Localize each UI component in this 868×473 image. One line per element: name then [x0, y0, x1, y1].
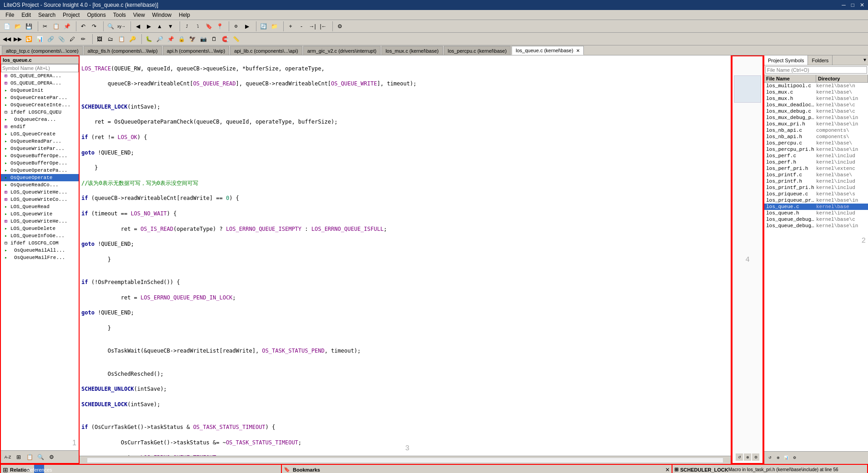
file-item-los-perf-pri-h[interactable]: los_perf_pri.hkernel\extenc [764, 165, 868, 172]
file-item-los-mux-c[interactable]: los_mux.ckernel\base\ [764, 89, 868, 95]
file-item-los-perf-c[interactable]: los_perf.ckernel\includ [764, 153, 868, 159]
col-directory[interactable]: Directory [816, 75, 868, 82]
symbol-item-ifdef-LOSCFG-QUEU[interactable]: ⊟ifdef LOSCFG_QUEU [1, 109, 79, 116]
symbol-item-OsQueueOperatePa---[interactable]: ▸OsQueueOperatePa... [1, 167, 79, 174]
rp-btn2[interactable]: ⊕ [774, 454, 782, 462]
undo-btn[interactable]: ↶ [78, 21, 88, 31]
rp-btn1[interactable]: ↺ [766, 454, 773, 462]
tab-folders[interactable]: Folders [808, 55, 833, 65]
tab-los-percpu[interactable]: los_percpu.c (kernel\base) [444, 46, 511, 55]
menu-file[interactable]: File [2, 11, 18, 19]
rp-btn4[interactable]: ⚙ [791, 454, 798, 462]
back-btn[interactable]: ⤵ [193, 21, 203, 31]
next-btn[interactable]: ▶ [144, 21, 154, 31]
tab-los-queue[interactable]: los_queue.c (kernel\base) ✕ [512, 46, 584, 55]
tb2-nav5[interactable]: 🦅 [187, 34, 197, 44]
open-btn[interactable]: 📂 [13, 21, 23, 31]
close-btn[interactable]: ✕ [860, 2, 864, 8]
symbol-item-OsQueueCreateInte---[interactable]: ▸OsQueueCreateInte... [1, 101, 79, 109]
file-item-los-queue-c[interactable]: los_queue.ckernel\base [764, 204, 868, 210]
menu-window[interactable]: Window [149, 11, 176, 19]
file-item-los-nb-api-c[interactable]: los_nb_api.ccomponents\ [764, 127, 868, 134]
redo-btn[interactable]: ↷ [89, 21, 99, 31]
minimap-btn1[interactable]: ↺ [736, 453, 743, 461]
indent-btn[interactable]: →| [307, 21, 317, 31]
tab-project-symbols[interactable]: Project Symbols [764, 55, 808, 65]
symbol-item-LOS-QueueWriteHe---[interactable]: ⊞LOS_QueueWriteHe... [1, 218, 79, 225]
menu-help[interactable]: Help [175, 11, 194, 19]
file-item-los-perf-h[interactable]: los_perf.hkernel\includ [764, 159, 868, 165]
symbol-item-OsQueueReadPar---[interactable]: ▸OsQueueReadPar... [1, 138, 79, 145]
tb2-btn6[interactable]: 📎 [56, 34, 66, 44]
tb2-btn8[interactable]: ✏ [78, 34, 88, 44]
menu-edit[interactable]: Edit [18, 11, 35, 19]
save-btn[interactable]: 💾 [24, 21, 34, 31]
tb2-nav7[interactable]: 🗒 [209, 34, 219, 44]
symbol-item-OsQueueCrea---[interactable]: ▸OsQueueCrea... [1, 116, 79, 123]
symbol-item-ifdef-LOSCFG-COM[interactable]: ⊟ifdef LOSCFG_COM [1, 239, 79, 247]
menu-options[interactable]: Options [83, 11, 109, 19]
sym-opt2[interactable]: 🔍 [35, 452, 45, 462]
prev-btn[interactable]: ◀ [133, 21, 143, 31]
symbol-item-LOS-QueueCreate[interactable]: ▸LOS_QueueCreate [1, 130, 79, 138]
menu-view[interactable]: View [130, 11, 149, 19]
rp-btn3[interactable]: 📊 [783, 454, 790, 462]
minus-btn[interactable]: - [296, 21, 306, 31]
file-item-los-nb-api-h[interactable]: los_nb_api.hcomponents\ [764, 134, 868, 140]
tb2-btn3[interactable]: 🔁 [24, 34, 34, 44]
file-item-los-mux-h[interactable]: los_mux.hkernel\base\in [764, 95, 868, 102]
tb2-nav8[interactable]: 🧲 [220, 34, 230, 44]
rp-dropdown-btn[interactable]: ▼ [862, 55, 868, 65]
tb2-nav6[interactable]: 📷 [198, 34, 208, 44]
symbol-item-OS-QUEUE-OPERA---[interactable]: ⊞OS_QUEUE_OPERA... [1, 72, 79, 80]
settings-btn[interactable]: ⚙ [335, 21, 345, 31]
tb2-nav3[interactable]: 📌 [166, 34, 176, 44]
file-item-los-queue-h[interactable]: los_queue.hkernel\includ [764, 210, 868, 216]
file-item-los-mux-debug-pri-[interactable]: los_mux_debug_pri.kernel\base\in [764, 115, 868, 121]
outdent-btn[interactable]: |← [318, 21, 328, 31]
references-tab-btn[interactable]: References [34, 465, 44, 473]
tb2-btn1[interactable]: ◀◀ [2, 34, 12, 44]
tb2-nav2[interactable]: 🔎 [155, 34, 165, 44]
tb2-btn2[interactable]: ▶▶ [13, 34, 23, 44]
tab-api-lib[interactable]: api_lib.c (components\...\api) [230, 46, 302, 55]
replace-btn[interactable]: xy→ [116, 21, 126, 31]
jump-btn[interactable]: ⤴ [182, 21, 192, 31]
bookmark-btn[interactable]: 📍 [215, 21, 225, 31]
minimap-btn3[interactable]: ⚙ [752, 453, 759, 461]
symbol-search-input[interactable] [1, 64, 79, 72]
file-item-los-percpu-c[interactable]: los_percpu.ckernel\base\ [764, 140, 868, 146]
symbol-item-OsQueueMailFre---[interactable]: ▸OsQueueMailFre... [1, 254, 79, 261]
file-item-los-mux-debug-c[interactable]: los_mux_debug.ckernel\base\c [764, 108, 868, 115]
symbol-item-OsQueueInit[interactable]: ▸OsQueueInit [1, 87, 79, 94]
col-filename[interactable]: File Name [764, 75, 816, 82]
sync-btn[interactable]: 🔄 [258, 21, 268, 31]
file-item-los-multipool-c[interactable]: los_multipool.ckernel\base\n [764, 83, 868, 89]
file-item-los-printf-pri-h[interactable]: los_printf_pri.hkernel\includ [764, 184, 868, 191]
file-item-los-queue-debug-c[interactable]: los_queue_debug.ckernel\base\c [764, 216, 868, 223]
file-item-los-mux-pri-h[interactable]: los_mux_pri.hkernel\base\in [764, 121, 868, 127]
file-item-los-mux-deadlock-c[interactable]: los_mux_deadlock.ckernel\base\c [764, 102, 868, 108]
symbol-item-LOS-QueueRead[interactable]: ▸LOS_QueueRead [1, 203, 79, 210]
minimize-btn[interactable]: ─ [842, 2, 846, 8]
tab-altcp-tls[interactable]: altcp_tls.h (components\...\lwip) [84, 46, 162, 55]
symbol-item-OsQueueCreatePar---[interactable]: ▸OsQueueCreatePar... [1, 94, 79, 101]
file-item-los-priqueue-pri-h[interactable]: los_priqueue_pri.hkernel\base\in [764, 197, 868, 204]
file-item-los-printf-h[interactable]: los_printf.hkernel\includ [764, 178, 868, 184]
file-item-los-priqueue-c[interactable]: los_priqueue.ckernel\base\s [764, 191, 868, 197]
tab-close-icon[interactable]: ✕ [576, 48, 580, 53]
symbol-item-OsQueueMailAll---[interactable]: ▸OsQueueMailAll... [1, 247, 79, 254]
tb2-img2[interactable]: 🗂 [105, 34, 115, 44]
az-sort-btn[interactable]: A-Z [3, 452, 13, 462]
down-btn[interactable]: ▼ [166, 21, 176, 31]
paste-btn[interactable]: 📌 [62, 21, 72, 31]
mark-btn[interactable]: 🔖 [204, 21, 214, 31]
bookmarks-close-btn[interactable]: ✕ [665, 467, 670, 473]
tb2-btn7[interactable]: 🖊 [67, 34, 77, 44]
symbol-item-OsQueueWritePar---[interactable]: ▸OsQueueWritePar... [1, 145, 79, 152]
tb2-img4[interactable]: 🔑 [127, 34, 137, 44]
tab-arm-gic[interactable]: arm_gic_v2.c (drivers\interrupt) [303, 46, 381, 55]
file-item-los-printf-c[interactable]: los_printf.ckernel\base\ [764, 172, 868, 178]
tb2-btn5[interactable]: 🔗 [45, 34, 55, 44]
build-btn[interactable]: ⚙ [231, 21, 241, 31]
